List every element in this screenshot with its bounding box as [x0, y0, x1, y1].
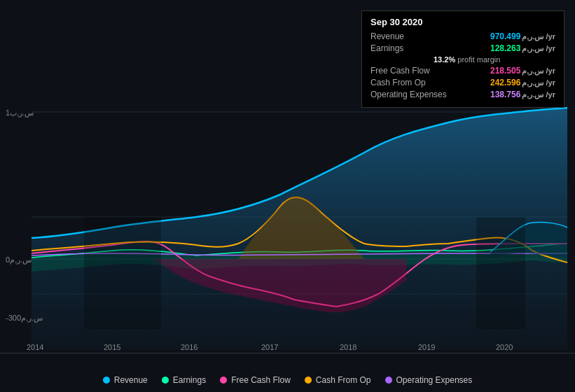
tooltip-earnings-value: 128.263س.ر,م /yr: [490, 43, 555, 53]
legend-label-earnings: Earnings: [173, 375, 206, 385]
svg-rect-5: [84, 217, 161, 329]
tooltip-cashop-row: Cash From Op 242.596س.ر,م /yr: [370, 78, 555, 88]
chart-divider: [0, 353, 575, 354]
legend-dot-opex: [385, 377, 392, 384]
legend-label-cashop: Cash From Op: [316, 375, 371, 385]
chart-container: 1س.ر,ب 0س.ر,م -300س.ر,م 2014 2015 2016 2…: [0, 0, 575, 392]
legend-cashop[interactable]: Cash From Op: [305, 375, 371, 385]
tooltip-earnings-label: Earnings: [370, 43, 403, 53]
chart-legend: Revenue Earnings Free Cash Flow Cash Fro…: [0, 375, 575, 385]
svg-rect-6: [476, 217, 525, 329]
legend-fcf[interactable]: Free Cash Flow: [220, 375, 291, 385]
tooltip-revenue-label: Revenue: [370, 31, 404, 41]
legend-revenue[interactable]: Revenue: [103, 375, 148, 385]
x-label-2019: 2019: [418, 343, 435, 351]
tooltip-fcf-label: Free Cash Flow: [370, 66, 430, 76]
legend-dot-fcf: [220, 377, 227, 384]
legend-dot-revenue: [103, 377, 110, 384]
tooltip-revenue-row: Revenue 970.499س.ر,م /yr: [370, 31, 555, 41]
x-label-2014: 2014: [27, 343, 43, 351]
x-label-2016: 2016: [181, 343, 198, 351]
tooltip-fcf-row: Free Cash Flow 218.505س.ر,م /yr: [370, 66, 555, 76]
tooltip-opex-value: 138.756س.ر,م /yr: [490, 90, 555, 99]
tooltip-cashop-value: 242.596س.ر,م /yr: [490, 78, 555, 88]
y-axis-bottom: -300س.ر,م: [6, 314, 43, 323]
tooltip-box: Sep 30 2020 Revenue 970.499س.ر,م /yr Ear…: [361, 10, 564, 108]
legend-dot-cashop: [305, 377, 312, 384]
tooltip-revenue-value: 970.499س.ر,م /yr: [490, 31, 555, 41]
legend-dot-earnings: [162, 377, 169, 384]
x-label-2017: 2017: [261, 343, 278, 351]
legend-label-revenue: Revenue: [114, 375, 148, 385]
y-axis-top: 1س.ر,ب: [6, 108, 34, 118]
tooltip-date: Sep 30 2020: [370, 17, 555, 27]
tooltip-opex-label: Operating Expenses: [370, 90, 447, 99]
legend-label-opex: Operating Expenses: [396, 375, 473, 385]
tooltip-fcf-value: 218.505س.ر,م /yr: [490, 66, 555, 76]
legend-label-fcf: Free Cash Flow: [231, 375, 291, 385]
x-label-2020: 2020: [496, 343, 513, 351]
tooltip-earnings-row: Earnings 128.263س.ر,م /yr: [370, 43, 555, 53]
legend-earnings[interactable]: Earnings: [162, 375, 206, 385]
x-label-2018: 2018: [340, 343, 356, 351]
x-label-2015: 2015: [104, 343, 120, 351]
tooltip-profit-margin: 13.2% profit margin: [434, 55, 555, 64]
y-axis-mid: 0س.ر,م: [6, 255, 32, 265]
tooltip-cashop-label: Cash From Op: [370, 78, 426, 88]
tooltip-opex-row: Operating Expenses 138.756س.ر,م /yr: [370, 90, 555, 99]
legend-opex[interactable]: Operating Expenses: [385, 375, 473, 385]
